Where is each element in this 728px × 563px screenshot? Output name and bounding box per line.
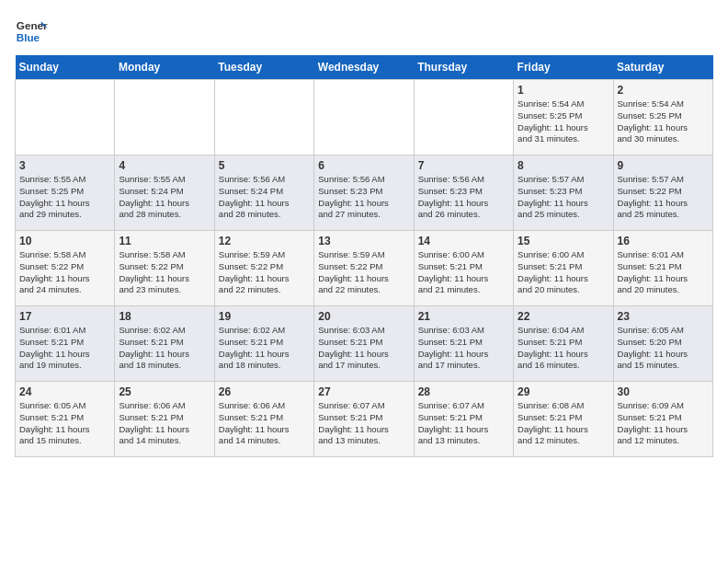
days-header-row: SundayMondayTuesdayWednesdayThursdayFrid… [16, 55, 713, 80]
day-number: 25 [119, 385, 210, 398]
day-cell: 20Sunrise: 6:03 AM Sunset: 5:21 PM Dayli… [314, 306, 414, 382]
day-cell: 6Sunrise: 5:56 AM Sunset: 5:23 PM Daylig… [314, 155, 414, 231]
day-info: Sunrise: 6:05 AM Sunset: 5:20 PM Dayligh… [618, 325, 709, 372]
day-info: Sunrise: 5:54 AM Sunset: 5:25 PM Dayligh… [518, 98, 609, 145]
day-cell: 28Sunrise: 6:07 AM Sunset: 5:21 PM Dayli… [414, 382, 513, 457]
day-cell: 16Sunrise: 6:01 AM Sunset: 5:21 PM Dayli… [613, 231, 712, 306]
day-cell: 24Sunrise: 6:05 AM Sunset: 5:21 PM Dayli… [16, 382, 115, 457]
day-cell [314, 80, 414, 155]
day-info: Sunrise: 5:58 AM Sunset: 5:22 PM Dayligh… [19, 249, 110, 296]
day-cell: 29Sunrise: 6:08 AM Sunset: 5:21 PM Dayli… [514, 382, 613, 457]
day-number: 8 [518, 159, 609, 172]
day-number: 17 [19, 310, 110, 323]
day-info: Sunrise: 5:57 AM Sunset: 5:23 PM Dayligh… [518, 174, 609, 221]
day-cell: 25Sunrise: 6:06 AM Sunset: 5:21 PM Dayli… [115, 382, 214, 457]
week-row-1: 1Sunrise: 5:54 AM Sunset: 5:25 PM Daylig… [16, 80, 713, 155]
day-cell: 9Sunrise: 5:57 AM Sunset: 5:22 PM Daylig… [613, 155, 712, 231]
day-info: Sunrise: 5:59 AM Sunset: 5:22 PM Dayligh… [318, 249, 409, 296]
day-number: 26 [219, 385, 310, 398]
day-info: Sunrise: 6:06 AM Sunset: 5:21 PM Dayligh… [219, 400, 310, 447]
day-info: Sunrise: 5:59 AM Sunset: 5:22 PM Dayligh… [219, 249, 310, 296]
day-header-friday: Friday [514, 55, 613, 80]
day-cell: 7Sunrise: 5:56 AM Sunset: 5:23 PM Daylig… [414, 155, 513, 231]
day-info: Sunrise: 6:04 AM Sunset: 5:21 PM Dayligh… [518, 325, 609, 372]
day-info: Sunrise: 6:02 AM Sunset: 5:21 PM Dayligh… [219, 325, 310, 372]
calendar-table: SundayMondayTuesdayWednesdayThursdayFrid… [15, 55, 713, 457]
day-info: Sunrise: 6:01 AM Sunset: 5:21 PM Dayligh… [19, 325, 110, 372]
day-cell: 4Sunrise: 5:55 AM Sunset: 5:24 PM Daylig… [115, 155, 214, 231]
day-number: 2 [618, 84, 709, 97]
day-number: 28 [418, 385, 509, 398]
page-header: General Blue [15, 15, 713, 48]
day-info: Sunrise: 6:01 AM Sunset: 5:21 PM Dayligh… [618, 249, 709, 296]
day-cell: 11Sunrise: 5:58 AM Sunset: 5:22 PM Dayli… [115, 231, 214, 306]
day-number: 9 [618, 159, 709, 172]
day-cell: 13Sunrise: 5:59 AM Sunset: 5:22 PM Dayli… [314, 231, 414, 306]
day-number: 20 [318, 310, 409, 323]
day-info: Sunrise: 6:07 AM Sunset: 5:21 PM Dayligh… [418, 400, 509, 447]
svg-text:Blue: Blue [17, 31, 40, 43]
day-number: 6 [318, 159, 409, 172]
day-number: 5 [219, 159, 310, 172]
day-cell [414, 80, 513, 155]
day-cell: 19Sunrise: 6:02 AM Sunset: 5:21 PM Dayli… [214, 306, 313, 382]
logo-icon: General Blue [15, 15, 48, 48]
day-cell: 30Sunrise: 6:09 AM Sunset: 5:21 PM Dayli… [613, 382, 712, 457]
day-info: Sunrise: 5:55 AM Sunset: 5:25 PM Dayligh… [19, 174, 110, 221]
day-info: Sunrise: 6:05 AM Sunset: 5:21 PM Dayligh… [19, 400, 110, 447]
day-info: Sunrise: 5:58 AM Sunset: 5:22 PM Dayligh… [119, 249, 210, 296]
day-cell [16, 80, 115, 155]
day-info: Sunrise: 6:03 AM Sunset: 5:21 PM Dayligh… [318, 325, 409, 372]
week-row-2: 3Sunrise: 5:55 AM Sunset: 5:25 PM Daylig… [16, 155, 713, 231]
day-number: 10 [19, 235, 110, 247]
day-cell: 1Sunrise: 5:54 AM Sunset: 5:25 PM Daylig… [514, 80, 613, 155]
week-row-3: 10Sunrise: 5:58 AM Sunset: 5:22 PM Dayli… [16, 231, 713, 306]
day-cell: 12Sunrise: 5:59 AM Sunset: 5:22 PM Dayli… [214, 231, 313, 306]
day-cell: 5Sunrise: 5:56 AM Sunset: 5:24 PM Daylig… [214, 155, 313, 231]
day-number: 4 [119, 159, 210, 172]
day-number: 29 [518, 385, 609, 398]
day-number: 3 [19, 159, 110, 172]
day-number: 22 [518, 310, 609, 323]
day-number: 24 [19, 385, 110, 398]
day-cell [115, 80, 214, 155]
day-cell: 21Sunrise: 6:03 AM Sunset: 5:21 PM Dayli… [414, 306, 513, 382]
day-cell: 23Sunrise: 6:05 AM Sunset: 5:20 PM Dayli… [613, 306, 712, 382]
day-number: 7 [418, 159, 509, 172]
day-cell: 17Sunrise: 6:01 AM Sunset: 5:21 PM Dayli… [16, 306, 115, 382]
day-info: Sunrise: 5:56 AM Sunset: 5:23 PM Dayligh… [418, 174, 509, 221]
day-cell: 10Sunrise: 5:58 AM Sunset: 5:22 PM Dayli… [16, 231, 115, 306]
day-number: 30 [618, 385, 709, 398]
day-info: Sunrise: 6:07 AM Sunset: 5:21 PM Dayligh… [318, 400, 409, 447]
day-info: Sunrise: 6:00 AM Sunset: 5:21 PM Dayligh… [418, 249, 509, 296]
day-cell: 22Sunrise: 6:04 AM Sunset: 5:21 PM Dayli… [514, 306, 613, 382]
day-info: Sunrise: 6:06 AM Sunset: 5:21 PM Dayligh… [119, 400, 210, 447]
day-header-wednesday: Wednesday [314, 55, 414, 80]
day-header-saturday: Saturday [613, 55, 712, 80]
day-info: Sunrise: 6:00 AM Sunset: 5:21 PM Dayligh… [518, 249, 609, 296]
day-cell [214, 80, 313, 155]
day-info: Sunrise: 5:54 AM Sunset: 5:25 PM Dayligh… [618, 98, 709, 145]
day-info: Sunrise: 6:09 AM Sunset: 5:21 PM Dayligh… [618, 400, 709, 447]
day-info: Sunrise: 5:55 AM Sunset: 5:24 PM Dayligh… [119, 174, 210, 221]
day-number: 12 [219, 235, 310, 247]
day-number: 1 [518, 84, 609, 97]
day-cell: 2Sunrise: 5:54 AM Sunset: 5:25 PM Daylig… [613, 80, 712, 155]
day-cell: 8Sunrise: 5:57 AM Sunset: 5:23 PM Daylig… [514, 155, 613, 231]
day-cell: 15Sunrise: 6:00 AM Sunset: 5:21 PM Dayli… [514, 231, 613, 306]
logo: General Blue [15, 15, 48, 48]
week-row-4: 17Sunrise: 6:01 AM Sunset: 5:21 PM Dayli… [16, 306, 713, 382]
day-number: 16 [618, 235, 709, 247]
day-info: Sunrise: 5:57 AM Sunset: 5:22 PM Dayligh… [618, 174, 709, 221]
day-number: 14 [418, 235, 509, 247]
day-header-monday: Monday [115, 55, 214, 80]
day-number: 27 [318, 385, 409, 398]
day-header-sunday: Sunday [16, 55, 115, 80]
day-number: 18 [119, 310, 210, 323]
day-cell: 26Sunrise: 6:06 AM Sunset: 5:21 PM Dayli… [214, 382, 313, 457]
day-number: 11 [119, 235, 210, 247]
day-info: Sunrise: 6:03 AM Sunset: 5:21 PM Dayligh… [418, 325, 509, 372]
week-row-5: 24Sunrise: 6:05 AM Sunset: 5:21 PM Dayli… [16, 382, 713, 457]
day-number: 23 [618, 310, 709, 323]
day-number: 13 [318, 235, 409, 247]
